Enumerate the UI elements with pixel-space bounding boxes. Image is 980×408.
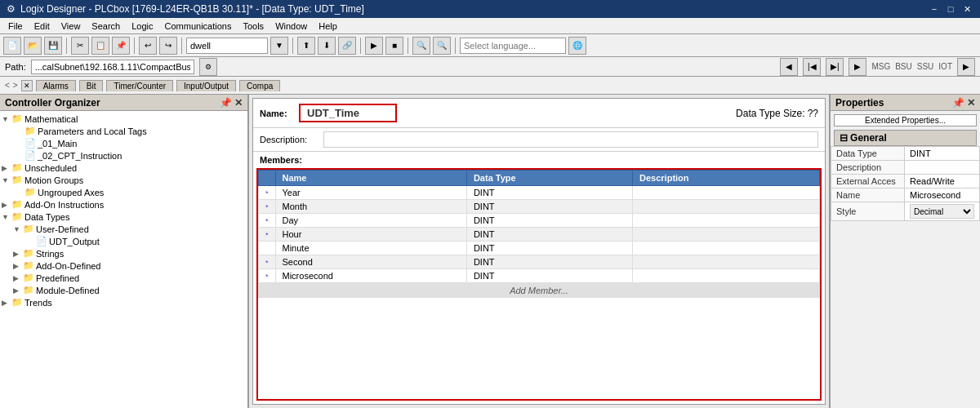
run-button[interactable]: ▶: [365, 37, 383, 55]
tree-item-strings[interactable]: ▶ 📁 Strings: [2, 247, 246, 259]
minimize-button[interactable]: −: [928, 4, 941, 15]
row-name[interactable]: Year: [275, 186, 466, 200]
table-row[interactable]: * Month DINT: [259, 200, 820, 214]
menu-help[interactable]: Help: [314, 20, 342, 32]
row-description[interactable]: [633, 255, 820, 269]
tab-timer-counter[interactable]: Timer/Counter: [106, 80, 173, 91]
undo-button[interactable]: ↩: [139, 37, 157, 55]
prop-value[interactable]: Decimal: [905, 202, 980, 221]
row-name[interactable]: Minute: [275, 242, 466, 255]
tab-compa[interactable]: Compa: [239, 80, 280, 91]
menu-search[interactable]: Search: [87, 20, 125, 32]
toggle-module-defined[interactable]: ▶: [13, 286, 21, 295]
zoom-out-button[interactable]: 🔍: [433, 37, 451, 55]
row-description[interactable]: [633, 200, 820, 214]
menu-file[interactable]: File: [3, 20, 28, 32]
toggle-motion-groups[interactable]: ▼: [2, 176, 10, 184]
nav-right-small[interactable]: >: [13, 81, 18, 90]
tree-item-01main[interactable]: 📄 _01_Main: [2, 137, 246, 149]
menu-logic[interactable]: Logic: [127, 20, 158, 32]
tree-item-unscheduled[interactable]: ▶ 📁 Unscheduled: [2, 162, 246, 174]
menu-communications[interactable]: Communications: [160, 20, 237, 32]
toggle-data-types[interactable]: ▼: [2, 213, 10, 221]
properties-close-button[interactable]: ✕: [967, 97, 975, 109]
path-browse-button[interactable]: ⚙: [199, 58, 217, 76]
lang-button[interactable]: 🌐: [568, 37, 586, 55]
open-button[interactable]: 📂: [24, 37, 42, 55]
toggle-predefined[interactable]: ▶: [13, 274, 21, 282]
language-input[interactable]: [460, 38, 566, 54]
nav-right-button[interactable]: ▶: [849, 58, 866, 76]
row-datatype[interactable]: DINT: [466, 228, 632, 242]
table-row[interactable]: * Day DINT: [259, 214, 820, 228]
desc-input[interactable]: [323, 131, 818, 148]
tree-item-user-defined[interactable]: ▼ 📁 User-Defined: [2, 223, 246, 235]
row-datatype[interactable]: DINT: [466, 186, 632, 200]
cut-button[interactable]: ✂: [71, 37, 89, 55]
row-name[interactable]: Day: [275, 214, 466, 228]
menu-view[interactable]: View: [56, 20, 86, 32]
organizer-pin-button[interactable]: 📌: [220, 97, 232, 109]
name-value[interactable]: UDT_Time: [299, 104, 397, 122]
nav-prev-button[interactable]: |◀: [803, 58, 821, 76]
toggle-addon-instructions[interactable]: ▶: [2, 201, 10, 209]
tree-item-motion-groups[interactable]: ▼ 📁 Motion Groups: [2, 174, 246, 186]
tree-item-trends[interactable]: ▶ 📁 Trends: [2, 296, 246, 308]
row-datatype[interactable]: DINT: [466, 214, 632, 228]
tab-bit[interactable]: Bit: [79, 80, 104, 91]
tree-item-params[interactable]: 📁 Parameters and Local Tags: [2, 125, 246, 137]
row-name[interactable]: Second: [275, 255, 466, 269]
nav-left-small[interactable]: <: [5, 81, 10, 90]
organizer-controls[interactable]: 📌 ✕: [220, 97, 243, 109]
close-button[interactable]: ✕: [960, 4, 973, 15]
row-name[interactable]: Month: [275, 200, 466, 214]
redo-button[interactable]: ↪: [159, 37, 177, 55]
row-datatype[interactable]: DINT: [466, 200, 632, 214]
row-name[interactable]: Microsecond: [275, 269, 466, 283]
style-select[interactable]: Decimal: [910, 204, 974, 219]
menu-window[interactable]: Window: [270, 20, 312, 32]
upload-button[interactable]: ⬆: [297, 37, 315, 55]
properties-controls[interactable]: 📌 ✕: [952, 97, 975, 109]
toggle-strings[interactable]: ▶: [13, 250, 21, 258]
tree-item-addon-defined[interactable]: ▶ 📁 Add-On-Defined: [2, 259, 246, 272]
go-online-button[interactable]: 🔗: [338, 37, 356, 55]
path-input[interactable]: [31, 60, 194, 74]
row-datatype[interactable]: DINT: [466, 255, 632, 269]
tree-item-predefined[interactable]: ▶ 📁 Predefined: [2, 272, 246, 284]
toggle-trends[interactable]: ▶: [2, 299, 10, 307]
window-controls[interactable]: − □ ✕: [928, 4, 973, 15]
menu-edit[interactable]: Edit: [29, 20, 55, 32]
close-tab-button[interactable]: ✕: [21, 80, 33, 91]
row-description[interactable]: [633, 242, 820, 255]
row-description[interactable]: [633, 228, 820, 242]
row-datatype[interactable]: DINT: [466, 269, 632, 283]
save-button[interactable]: 💾: [44, 37, 62, 55]
tree-item-ungrouped-axes[interactable]: 📁 Ungrouped Axes: [2, 186, 246, 198]
copy-button[interactable]: 📋: [91, 37, 109, 55]
tree-item-data-types[interactable]: ▼ 📁 Data Types: [2, 211, 246, 223]
toggle-user-defined[interactable]: ▼: [13, 225, 21, 233]
table-row[interactable]: * Second DINT: [259, 255, 820, 269]
nav-left-button[interactable]: ◀: [780, 58, 798, 76]
table-row[interactable]: * Microsecond DINT: [259, 269, 820, 283]
nav-next-button[interactable]: ▶|: [826, 58, 844, 76]
tab-alarms[interactable]: Alarms: [36, 80, 76, 91]
search-input[interactable]: [186, 38, 268, 54]
toggle-addon-defined[interactable]: ▶: [13, 262, 21, 270]
toggle-mathematical[interactable]: ▼: [2, 115, 10, 123]
stop-button[interactable]: ■: [385, 37, 403, 55]
row-name[interactable]: Hour: [275, 228, 466, 242]
zoom-in-button[interactable]: 🔍: [412, 37, 430, 55]
add-member-button[interactable]: Add Member...: [258, 283, 820, 298]
tree-item-module-defined[interactable]: ▶ 📁 Module-Defined: [2, 284, 246, 296]
tree-item-mathematical[interactable]: ▼ 📁 Mathematical: [2, 113, 246, 125]
paste-button[interactable]: 📌: [112, 37, 130, 55]
nav-arrow-button[interactable]: ▶: [957, 58, 975, 76]
tree-item-addon-instructions[interactable]: ▶ 📁 Add-On Instructions: [2, 198, 246, 211]
properties-pin-button[interactable]: 📌: [952, 97, 964, 109]
tree-item-udt-output[interactable]: 📄 UDT_Output: [2, 235, 246, 247]
row-description[interactable]: [633, 186, 820, 200]
organizer-tree[interactable]: ▼ 📁 Mathematical 📁 Parameters and Local …: [0, 111, 247, 408]
toggle-unscheduled[interactable]: ▶: [2, 164, 10, 172]
